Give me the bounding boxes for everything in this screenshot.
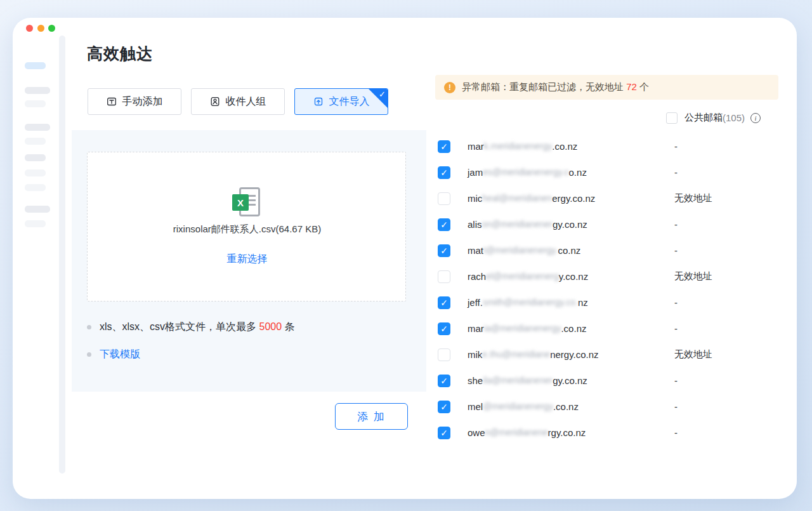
download-template-link[interactable]: 下载模版 [100, 348, 140, 361]
contact-email: mel@meridianenergy.co.nz [468, 401, 579, 412]
email-prefix: she [468, 375, 483, 386]
email-prefix: rach [468, 271, 486, 282]
contact-row: ✓ owen@meridianenergy.co.nz - [438, 420, 783, 446]
bullet-dot [87, 325, 91, 329]
format-note-suffix: 条 [282, 321, 294, 332]
contact-row: ✓ maria@meridianenergy.co.nz - [438, 315, 783, 342]
contact-checkbox[interactable]: ✓ [438, 375, 450, 387]
contact-status: - [674, 141, 678, 152]
public-mailbox-label: 公共邮箱 [684, 112, 723, 124]
sidebar-placeholder-bar [25, 184, 46, 191]
sidebar-divider [59, 36, 65, 474]
contact-row: ✓ sheila@meridianenergy.co.nz - [438, 368, 783, 394]
email-prefix: mic [468, 193, 482, 204]
contact-email: owen@meridianenergy.co.nz [468, 427, 586, 438]
email-suffix: nergy.co.nz [550, 349, 598, 360]
window-zoom-dot[interactable] [48, 25, 55, 32]
contact-status: 无效地址 [674, 348, 712, 361]
contact-row: micheal@meridianenergy.co.nz 无效地址 [438, 185, 783, 211]
excel-doc-line [249, 204, 256, 206]
contact-row: ✓ james@meridianenergy.co.nz - [438, 159, 783, 185]
email-suffix: .co.nz [561, 323, 586, 334]
email-suffix: gy.co.nz [553, 375, 587, 386]
alert-invalid-count: 72 [626, 81, 637, 92]
contact-status: - [674, 323, 678, 334]
info-icon[interactable]: i [750, 113, 761, 123]
page-title: 高效触达 [87, 43, 153, 64]
download-template-row: 下载模版 [87, 348, 140, 361]
email-suffix: o.nz [569, 167, 587, 178]
excel-file-icon: X [232, 187, 263, 218]
window-minimize-dot[interactable] [37, 25, 44, 32]
email-blurred-middle: @meridianenergy [483, 401, 553, 411]
sidebar-placeholder-bar [25, 100, 46, 107]
sidebar-item-active[interactable] [25, 62, 46, 69]
contact-status: - [674, 401, 678, 412]
contact-checkbox[interactable] [438, 192, 450, 205]
contact-checkbox[interactable] [438, 270, 450, 283]
email-blurred-middle: es@meridianenergy.c [483, 167, 568, 177]
contact-row: ✓ mark.meridianenergy.co.nz - [438, 133, 783, 159]
contact-row: ✓ mel@meridianenergy.co.nz - [438, 394, 783, 420]
format-note-text: xls、xlsx、csv格式文件，单次最多 [100, 321, 259, 332]
sidebar-placeholder-bar [25, 206, 50, 213]
add-button[interactable]: 添 加 [335, 403, 408, 430]
contact-list: ✓ mark.meridianenergy.co.nz - ✓ james@me… [438, 133, 783, 446]
window-close-dot[interactable] [26, 25, 33, 32]
alert-text-suffix: 个 [637, 81, 649, 92]
contact-status: 无效地址 [674, 270, 712, 282]
tab-recipient-group[interactable]: 收件人组 [191, 88, 285, 115]
tab-manual-add[interactable]: 手动添加 [88, 88, 181, 115]
recipient-group-icon [210, 96, 220, 107]
reselect-file-link[interactable]: 重新选择 [88, 253, 407, 266]
email-prefix: jam [468, 167, 483, 178]
email-prefix: mar [468, 323, 484, 334]
contact-email: rachel@meridianenergy.co.nz [468, 271, 588, 282]
contact-email: alison@meridianenergy.co.nz [468, 219, 587, 230]
contact-checkbox[interactable]: ✓ [438, 296, 450, 309]
email-blurred-middle: ila@meridianener [483, 375, 553, 385]
email-blurred-middle: el@meridianenerg [486, 271, 559, 281]
email-blurred-middle: heal@meridianen [482, 193, 552, 203]
email-blurred-middle: k.meridianenergy [484, 141, 552, 151]
tab-file-import[interactable]: 文件导入 ✓ [294, 88, 388, 115]
contact-checkbox[interactable]: ✓ [438, 401, 450, 413]
contact-status: - [674, 427, 678, 438]
email-suffix: rgy.co.nz [548, 427, 586, 438]
excel-x-badge: X [232, 194, 249, 211]
manual-add-icon [107, 96, 117, 107]
contact-status: - [674, 297, 678, 308]
contact-checkbox[interactable]: ✓ [438, 322, 450, 335]
email-suffix: ergy.co.nz [552, 193, 595, 204]
email-prefix: mik [468, 349, 482, 360]
contact-status: - [674, 245, 678, 256]
email-prefix: mar [468, 141, 484, 152]
contact-status: - [674, 375, 678, 386]
contact-row: ✓ matt@meridianenergy.co.nz - [438, 237, 783, 263]
app-background: 高效触达 手动添加 收件人组 文件导入 ✓ [0, 0, 812, 511]
email-prefix: mel [468, 401, 483, 412]
file-dropzone[interactable]: X rixinsolar邮件联系人.csv(64.67 KB) 重新选择 [87, 152, 406, 302]
contact-checkbox[interactable]: ✓ [438, 427, 450, 439]
format-note-limit: 5000 [259, 321, 282, 332]
contact-checkbox[interactable]: ✓ [438, 166, 450, 179]
email-blurred-middle: e.thu@meridiane [482, 349, 550, 359]
public-mailbox-row: 公共邮箱 (105) i [666, 112, 761, 124]
public-mailbox-count: (105) [723, 112, 745, 123]
sidebar-placeholder-bar [25, 124, 50, 131]
email-blurred-middle: on@meridianener [482, 219, 553, 229]
contact-row: mike.thu@meridianenergy.co.nz 无效地址 [438, 342, 783, 368]
contact-email: matt@meridianenergy.co.nz [468, 245, 580, 256]
contact-checkbox[interactable]: ✓ [438, 218, 450, 231]
tab-label: 文件导入 [329, 95, 370, 109]
sidebar-placeholder-bar [25, 138, 46, 145]
contact-email: mark.meridianenergy.co.nz [468, 141, 577, 152]
contact-checkbox[interactable]: ✓ [438, 140, 450, 153]
abnormal-mailbox-alert: ! 异常邮箱：重复邮箱已过滤，无效地址 72 个 [435, 75, 778, 100]
contact-checkbox[interactable]: ✓ [438, 244, 450, 257]
public-mailbox-checkbox[interactable] [666, 112, 678, 124]
email-suffix: .co.nz [552, 141, 577, 152]
contact-status: - [674, 219, 678, 230]
sidebar-placeholder-bar [25, 220, 46, 227]
contact-checkbox[interactable] [438, 348, 450, 361]
